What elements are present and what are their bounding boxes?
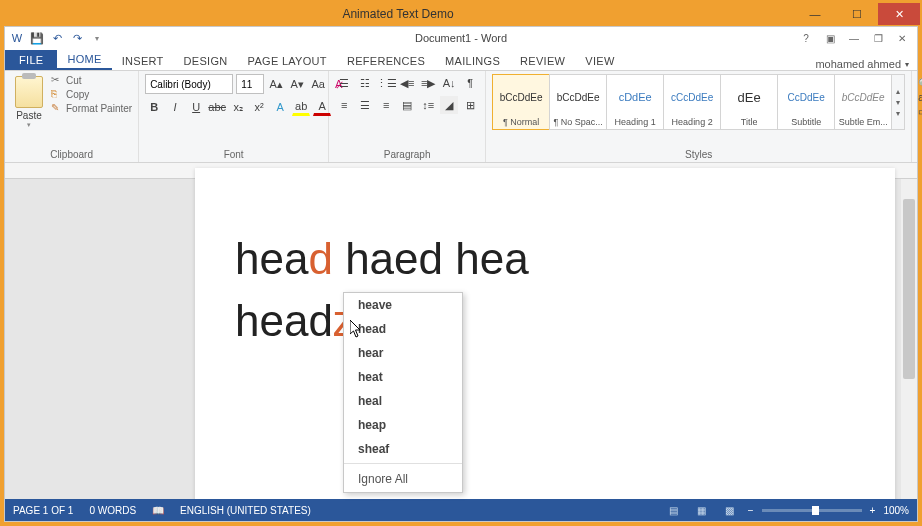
- zoom-in-button[interactable]: +: [870, 505, 876, 516]
- ribbon-tabs: FILE HOME INSERT DESIGN PAGE LAYOUT REFE…: [5, 49, 917, 71]
- line-spacing-button[interactable]: ↕≡: [419, 96, 437, 114]
- find-button[interactable]: 🔍Find▾: [918, 78, 922, 89]
- paste-icon: [15, 76, 43, 108]
- scissors-icon: ✂: [51, 74, 63, 86]
- style-heading-1[interactable]: cDdEeHeading 1: [606, 74, 664, 130]
- replace-button[interactable]: abReplace: [918, 92, 922, 103]
- outer-maximize-button[interactable]: ☐: [836, 3, 878, 25]
- underline-button[interactable]: U: [187, 98, 205, 116]
- cut-button[interactable]: ✂Cut: [51, 74, 132, 86]
- suggestion-heal[interactable]: heal: [344, 389, 462, 413]
- zoom-level[interactable]: 100%: [883, 505, 909, 516]
- grow-font-button[interactable]: A▴: [267, 75, 285, 93]
- sort-button[interactable]: A↓: [440, 74, 458, 92]
- styles-gallery-more[interactable]: ▴▾▾: [891, 74, 905, 130]
- status-spellcheck-icon[interactable]: 📖: [152, 505, 164, 516]
- tab-review[interactable]: REVIEW: [510, 52, 575, 70]
- style-subtitle[interactable]: CcDdEeSubtitle: [777, 74, 835, 130]
- styles-gallery: bCcDdEe¶ Normal bCcDdEe¶ No Spac... cDdE…: [492, 74, 905, 130]
- strikethrough-button[interactable]: abc: [208, 98, 226, 116]
- ignore-all-button[interactable]: Ignore All: [344, 466, 462, 492]
- paste-button[interactable]: Paste ▾: [11, 74, 47, 131]
- text-effects-button[interactable]: A: [271, 98, 289, 116]
- highlight-button[interactable]: ab: [292, 98, 310, 116]
- help-button[interactable]: ?: [795, 29, 817, 47]
- view-read-mode[interactable]: ▤: [664, 502, 684, 518]
- change-case-button[interactable]: Aa: [309, 75, 327, 93]
- copy-button[interactable]: ⎘Copy: [51, 88, 132, 100]
- increase-indent-button[interactable]: ≡▶: [419, 74, 437, 92]
- ribbon-display-button[interactable]: ▣: [819, 29, 841, 47]
- borders-button[interactable]: ⊞: [461, 96, 479, 114]
- bold-button[interactable]: B: [145, 98, 163, 116]
- qat-customize-icon[interactable]: ▾: [89, 30, 105, 46]
- outer-minimize-button[interactable]: —: [794, 3, 836, 25]
- document-page[interactable]: head haed hea headz: [195, 168, 895, 499]
- bullets-button[interactable]: ☰: [335, 74, 353, 92]
- vertical-scrollbar[interactable]: [901, 179, 917, 499]
- tab-mailings[interactable]: MAILINGS: [435, 52, 510, 70]
- decrease-indent-button[interactable]: ◀≡: [398, 74, 416, 92]
- word-close-button[interactable]: ✕: [891, 29, 913, 47]
- tab-home[interactable]: HOME: [57, 50, 111, 70]
- tab-page-layout[interactable]: PAGE LAYOUT: [238, 52, 337, 70]
- qat-redo-icon[interactable]: ↷: [69, 30, 85, 46]
- tab-file[interactable]: FILE: [5, 50, 57, 70]
- suggestion-hear[interactable]: hear: [344, 341, 462, 365]
- suggestion-head[interactable]: head: [344, 317, 462, 341]
- tab-design[interactable]: DESIGN: [174, 52, 238, 70]
- suggestion-heap[interactable]: heap: [344, 413, 462, 437]
- context-menu-separator: [344, 463, 462, 464]
- view-print-layout[interactable]: ▦: [692, 502, 712, 518]
- style-normal[interactable]: bCcDdEe¶ Normal: [492, 74, 550, 130]
- font-size-select[interactable]: [236, 74, 264, 94]
- multilevel-list-button[interactable]: ⋮☰: [377, 74, 395, 92]
- superscript-button[interactable]: x²: [250, 98, 268, 116]
- shading-button[interactable]: ◢: [440, 96, 458, 114]
- suggestion-heave[interactable]: heave: [344, 293, 462, 317]
- show-hide-button[interactable]: ¶: [461, 74, 479, 92]
- zoom-slider[interactable]: [762, 509, 862, 512]
- status-word-count[interactable]: 0 WORDS: [89, 505, 136, 516]
- suggestion-heat[interactable]: heat: [344, 365, 462, 389]
- document-line-2[interactable]: headz: [235, 290, 855, 352]
- font-group-label: Font: [145, 149, 322, 160]
- numbering-button[interactable]: ☷: [356, 74, 374, 92]
- ribbon-body: Paste ▾ ✂Cut ⎘Copy ✎Format Painter Clipb…: [5, 71, 917, 163]
- tab-insert[interactable]: INSERT: [112, 52, 174, 70]
- style-title[interactable]: dEeTitle: [720, 74, 778, 130]
- zoom-out-button[interactable]: −: [748, 505, 754, 516]
- word-minimize-button[interactable]: —: [843, 29, 865, 47]
- suggestion-sheaf[interactable]: sheaf: [344, 437, 462, 461]
- styles-group-label: Styles: [492, 149, 905, 160]
- italic-button[interactable]: I: [166, 98, 184, 116]
- word-restore-button[interactable]: ❐: [867, 29, 889, 47]
- status-page[interactable]: PAGE 1 OF 1: [13, 505, 73, 516]
- style-no-spacing[interactable]: bCcDdEe¶ No Spac...: [549, 74, 607, 130]
- view-web-layout[interactable]: ▩: [720, 502, 740, 518]
- select-button[interactable]: ▭Select▾: [918, 106, 922, 117]
- qat-save-icon[interactable]: 💾: [29, 30, 45, 46]
- align-right-button[interactable]: ≡: [377, 96, 395, 114]
- scrollbar-thumb[interactable]: [903, 199, 915, 379]
- signed-in-user[interactable]: mohamed ahmed▾: [815, 58, 909, 70]
- justify-button[interactable]: ▤: [398, 96, 416, 114]
- tab-view[interactable]: VIEW: [575, 52, 624, 70]
- qat-undo-icon[interactable]: ↶: [49, 30, 65, 46]
- tab-references[interactable]: REFERENCES: [337, 52, 435, 70]
- font-name-select[interactable]: [145, 74, 233, 94]
- clipboard-group-label: Clipboard: [11, 149, 132, 160]
- document-line-1[interactable]: head haed hea: [235, 228, 855, 290]
- align-left-button[interactable]: ≡: [335, 96, 353, 114]
- format-painter-button[interactable]: ✎Format Painter: [51, 102, 132, 114]
- style-heading-2[interactable]: cCcDdEeHeading 2: [663, 74, 721, 130]
- word-titlebar: W 💾 ↶ ↷ ▾ Document1 - Word ? ▣ — ❐ ✕: [5, 27, 917, 49]
- word-icon[interactable]: W: [9, 30, 25, 46]
- subscript-button[interactable]: x₂: [229, 98, 247, 116]
- align-center-button[interactable]: ☰: [356, 96, 374, 114]
- status-language[interactable]: ENGLISH (UNITED STATES): [180, 505, 311, 516]
- style-subtle-emphasis[interactable]: bCcDdEeSubtle Em...: [834, 74, 892, 130]
- shrink-font-button[interactable]: A▾: [288, 75, 306, 93]
- status-bar: PAGE 1 OF 1 0 WORDS 📖 ENGLISH (UNITED ST…: [5, 499, 917, 521]
- outer-close-button[interactable]: ✕: [878, 3, 920, 25]
